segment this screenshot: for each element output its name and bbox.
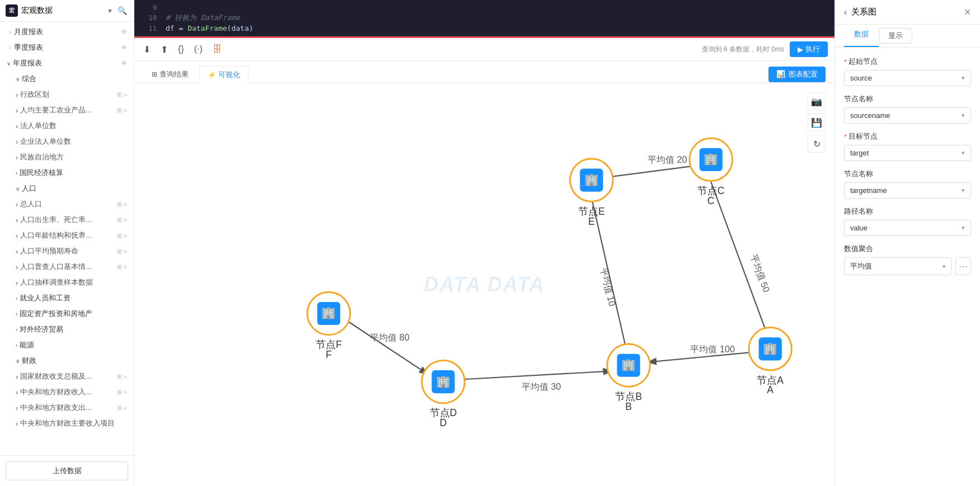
- nav-label: 中央和地方财政收入...: [20, 387, 92, 397]
- sidebar-item-percapita[interactable]: › 人均主要工农业产品... ⊞ »: [0, 102, 134, 118]
- nav-label: 人口年龄结构和抚养...: [20, 230, 92, 240]
- sidebar-item-enterprise[interactable]: › 企业法人单位数: [0, 134, 134, 149]
- chevron-down-icon: ▾: [962, 224, 965, 232]
- sidebar-section-finance[interactable]: ∨ 财政: [0, 353, 134, 369]
- sidebar-item-central-revenue[interactable]: › 中央和地方财政收入... ⊞ »: [0, 384, 134, 400]
- svg-text:🏢: 🏢: [704, 152, 718, 166]
- delete-icon[interactable]: ⬆: [158, 43, 170, 56]
- nav-icons: ⊞ »: [117, 404, 127, 412]
- start-node-select[interactable]: source ▾: [844, 70, 971, 86]
- nav-label: 对外经济贸易: [20, 324, 63, 334]
- sidebar-item-administrative[interactable]: › 行政区划 ⊞ »: [0, 87, 134, 102]
- arrow-icon: ›: [16, 419, 18, 428]
- chevron-down-icon: ∨: [7, 60, 11, 67]
- sidebar-item-sample-survey[interactable]: › 人口抽样调查样本数据: [0, 275, 134, 290]
- nav-label: 财政: [22, 356, 36, 366]
- database-icon[interactable]: 🗄: [210, 43, 224, 55]
- execute-button[interactable]: ▶ 执行: [790, 41, 828, 57]
- sidebar-item-legal-entities[interactable]: › 法人单位数: [0, 118, 134, 134]
- nav-label: 中央和地方财政主要收入项目: [20, 418, 115, 428]
- tab-visualize[interactable]: ⚡ 可视化: [199, 66, 248, 83]
- code-icon[interactable]: {}: [176, 43, 186, 55]
- sidebar-item-life-expect[interactable]: › 人口平均预期寿命 ⊞ »: [0, 243, 134, 259]
- chart-icon: ⚡: [208, 71, 216, 79]
- required-star: *: [844, 58, 847, 66]
- table-icon: ⊞: [117, 404, 122, 412]
- eye-icon: 👁: [121, 44, 127, 51]
- sidebar-item-energy[interactable]: › 能源: [0, 337, 134, 353]
- nav-icons: ⊞ »: [117, 216, 127, 224]
- close-icon[interactable]: ✕: [964, 7, 971, 17]
- path-name-select[interactable]: value ▾: [844, 220, 971, 236]
- sidebar-item-fixed-assets[interactable]: › 固定资产投资和房地产: [0, 306, 134, 322]
- sidebar-item-main-revenue[interactable]: › 中央和地方财政主要收入项目: [0, 416, 134, 431]
- save-button[interactable]: 💾: [808, 114, 826, 131]
- sidebar-section-population[interactable]: ∨ 人口: [0, 181, 134, 196]
- sidebar-logo: 宏: [6, 4, 18, 17]
- node-name-1-label: 节点名称: [844, 94, 971, 104]
- panel-tab-data[interactable]: 数据: [844, 25, 879, 47]
- sidebar-item-national-finance[interactable]: › 国家财政收支总额及... ⊞ »: [0, 369, 134, 384]
- node-d[interactable]: 🏢 节点D D: [422, 360, 465, 428]
- back-icon[interactable]: ‹: [844, 7, 847, 17]
- svg-text:🏢: 🏢: [621, 357, 636, 372]
- node-e[interactable]: 🏢 节点E E: [570, 159, 613, 227]
- dropdown-icon[interactable]: ▾: [107, 5, 113, 16]
- tab-query-result[interactable]: ⊞ 查询结果: [143, 65, 197, 83]
- sidebar-item-yearly[interactable]: ∨ 年度报表 👁: [0, 55, 134, 71]
- panel-tab-display[interactable]: 显示: [879, 28, 912, 44]
- upload-button[interactable]: 上传数据: [6, 461, 128, 480]
- code-comment: # 转换为 DataFrame: [166, 13, 240, 23]
- refresh-button[interactable]: ↻: [808, 135, 826, 153]
- more-options-button[interactable]: ⋯: [955, 257, 971, 275]
- eye-icon: 👁: [121, 29, 127, 35]
- nav-label: 季度报表: [14, 43, 119, 53]
- format-icon[interactable]: ⬇: [141, 43, 153, 56]
- node-b[interactable]: 🏢 节点B B: [607, 344, 650, 412]
- search-icon[interactable]: 🔍: [116, 5, 128, 16]
- edge-label-c-e: 平均值 20: [648, 154, 687, 164]
- edge-f-d: [349, 322, 427, 374]
- arrow-icon: ›: [16, 247, 18, 256]
- node-a[interactable]: 🏢 节点A A: [749, 328, 792, 396]
- sidebar-item-total-pop[interactable]: › 总人口 ⊞ »: [0, 196, 134, 212]
- sidebar-section-general[interactable]: ∨ 综合: [0, 71, 134, 87]
- screenshot-button[interactable]: 📷: [808, 92, 826, 110]
- nav-icons: 👁: [121, 29, 127, 35]
- edge-d-b: [464, 371, 611, 380]
- table-icon: ⊞: [117, 263, 122, 271]
- sidebar-item-employment[interactable]: › 就业人员和工资: [0, 290, 134, 306]
- sidebar-header-icons: ▾ 🔍: [107, 5, 128, 16]
- sidebar-item-gdp[interactable]: › 国民经济核算: [0, 165, 134, 181]
- sidebar-item-age-structure[interactable]: › 人口年龄结构和抚养... ⊞ »: [0, 228, 134, 243]
- target-node-label: * 目标节点: [844, 131, 971, 141]
- table-icon: ⊞: [117, 201, 122, 208]
- eye-icon: 👁: [121, 60, 127, 67]
- field-aggregation: 数值聚合 平均值 ▾ ⋯: [844, 244, 971, 275]
- sidebar-item-trade[interactable]: › 对外经济贸易: [0, 322, 134, 337]
- chevron-down-icon: ▾: [962, 74, 965, 82]
- panel-content: * 起始节点 source ▾ 节点名称 sourcename ▾ * 目标节点…: [835, 48, 980, 284]
- sidebar-item-quarterly[interactable]: › 季度报表 👁: [0, 40, 134, 55]
- sidebar-item-ethnic[interactable]: › 民族自治地方: [0, 149, 134, 165]
- sidebar-item-census[interactable]: › 人口普查人口基本情... ⊞ »: [0, 259, 134, 275]
- target-node-select[interactable]: target ▾: [844, 145, 971, 161]
- sidebar-item-central-expenditure[interactable]: › 中央和地方财政支出... ⊞ »: [0, 400, 134, 416]
- svg-text:🏢: 🏢: [436, 374, 451, 389]
- sidebar-item-birth-death[interactable]: › 人口出生率、死亡率... ⊞ »: [0, 212, 134, 228]
- node-name-1-select[interactable]: sourcename ▾: [844, 107, 971, 124]
- chart-config-button[interactable]: 📊 图表配置: [768, 67, 826, 82]
- node-c[interactable]: 🏢 节点C C: [690, 138, 733, 206]
- forward-icon: »: [124, 91, 127, 98]
- forward-icon: »: [124, 404, 127, 412]
- nav-label: 综合: [22, 74, 36, 84]
- nav-label: 企业法人单位数: [20, 136, 71, 147]
- aggregation-select[interactable]: 平均值 ▾: [844, 257, 952, 275]
- node-f[interactable]: 🏢 节点F F: [307, 292, 350, 360]
- field-node-name-1: 节点名称 sourcename ▾: [844, 94, 971, 124]
- sidebar-item-monthly[interactable]: › 月度报表 👁: [0, 24, 134, 40]
- node-name-2-select[interactable]: targetname ▾: [844, 182, 971, 199]
- forward-icon: »: [124, 389, 127, 396]
- variable-icon[interactable]: (·): [192, 43, 205, 55]
- table-icon: ⊞: [117, 107, 122, 114]
